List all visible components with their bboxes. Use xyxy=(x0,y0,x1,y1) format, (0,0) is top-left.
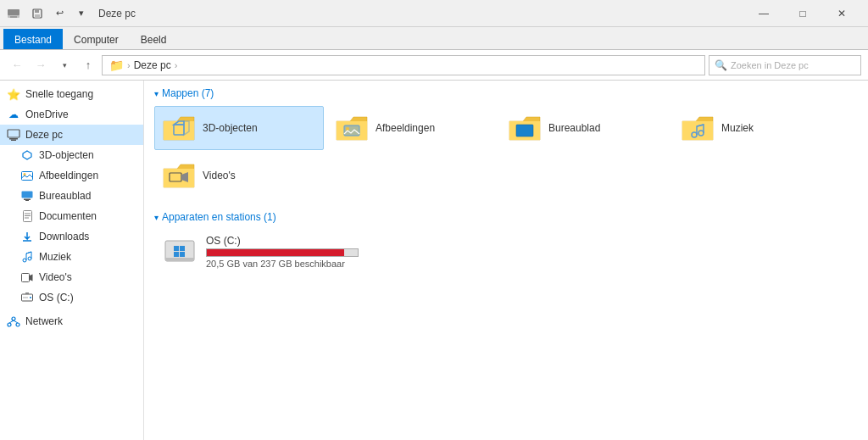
svg-rect-27 xyxy=(25,292,29,294)
dropdown-button[interactable]: ▾ xyxy=(54,55,75,75)
svg-rect-4 xyxy=(35,9,39,13)
svg-point-28 xyxy=(12,317,15,320)
svg-rect-42 xyxy=(344,125,359,136)
folders-grid: 3D-objecten Afbeeldingen xyxy=(154,106,858,198)
content-area: ▾ Mappen (7) 3D-objecten xyxy=(144,81,868,440)
svg-rect-2 xyxy=(10,16,17,18)
folder-label-afbeeldingen: Afbeeldingen xyxy=(376,122,435,134)
sidebar-item-deze-pc[interactable]: Deze pc xyxy=(0,125,143,145)
drive-size-text: 20,5 GB van 237 GB beschikbaar xyxy=(206,259,359,269)
svg-line-32 xyxy=(14,320,18,323)
window-title: Deze pc xyxy=(98,8,136,19)
drive-os-icon xyxy=(162,234,198,270)
svg-rect-59 xyxy=(174,246,179,251)
path-separator2: › xyxy=(175,60,178,70)
svg-point-21 xyxy=(28,257,31,260)
drive-bar xyxy=(206,248,359,257)
folder-label-3d: 3D-objecten xyxy=(203,122,258,134)
svg-marker-50 xyxy=(682,121,713,140)
3d-icon xyxy=(20,148,34,162)
sidebar-item-videos[interactable]: Video's xyxy=(0,267,143,287)
close-button[interactable]: ✕ xyxy=(822,0,861,27)
desktop-icon xyxy=(20,189,34,203)
network-icon xyxy=(7,315,20,328)
tab-bestand[interactable]: Bestand xyxy=(3,29,63,49)
folder-label-muziek: Muziek xyxy=(721,122,754,134)
svg-rect-8 xyxy=(11,140,16,142)
svg-rect-5 xyxy=(35,14,40,18)
svg-point-29 xyxy=(8,323,11,326)
search-icon: 🔍 xyxy=(715,59,727,71)
minimize-button[interactable]: — xyxy=(744,0,783,27)
drives-list: OS (C:) 20,5 GB van 237 GB beschikbaar xyxy=(154,230,858,274)
main-area: ⭐ Snelle toegang ☁ OneDrive Deze pc xyxy=(0,81,868,440)
up-button[interactable]: ↑ xyxy=(78,55,98,75)
chevron-icon2: ▾ xyxy=(154,213,159,222)
sidebar-item-snelle-toegang[interactable]: ⭐ Snelle toegang xyxy=(0,84,143,104)
address-path: Deze pc xyxy=(134,59,171,71)
sidebar-item-os-c[interactable]: OS (C:) xyxy=(0,287,143,308)
music-icon xyxy=(20,250,34,264)
folder-label-videos: Video's xyxy=(203,170,236,181)
sidebar-item-onedrive[interactable]: ☁ OneDrive xyxy=(0,104,143,125)
sidebar-item-documenten[interactable]: Documenten xyxy=(0,206,143,226)
svg-marker-9 xyxy=(23,151,31,159)
svg-rect-7 xyxy=(9,138,18,140)
qat-undo[interactable]: ↩ xyxy=(49,4,70,23)
pc-icon xyxy=(7,128,20,142)
qat-save[interactable] xyxy=(27,4,47,23)
forward-button[interactable]: → xyxy=(31,55,51,75)
folder-muziek[interactable]: Muziek xyxy=(673,106,843,150)
ribbon-tabs: Bestand Computer Beeld xyxy=(0,27,868,49)
back-button[interactable]: ← xyxy=(7,55,27,75)
svg-rect-13 xyxy=(24,199,31,201)
svg-rect-62 xyxy=(180,252,185,257)
window-controls: — □ ✕ xyxy=(744,0,861,27)
cloud-icon: ☁ xyxy=(7,108,20,121)
folder-3d-objecten[interactable]: 3D-objecten xyxy=(154,106,324,150)
folder-bureaublad[interactable]: Bureaublad xyxy=(500,106,670,150)
star-icon: ⭐ xyxy=(7,87,20,101)
sidebar-item-downloads[interactable]: Downloads xyxy=(0,226,143,247)
address-box[interactable]: 📁 › Deze pc › xyxy=(102,55,705,75)
sidebar-item-muziek[interactable]: Muziek xyxy=(0,247,143,267)
svg-point-25 xyxy=(30,297,31,298)
folder-icon: 📁 xyxy=(109,58,124,72)
drive-os-name: OS (C:) xyxy=(206,235,359,247)
svg-rect-58 xyxy=(165,258,194,261)
svg-rect-61 xyxy=(174,252,179,257)
documents-icon xyxy=(20,209,34,223)
drive-os-info: OS (C:) 20,5 GB van 237 GB beschikbaar xyxy=(206,235,359,269)
folder-videos[interactable]: Video's xyxy=(154,153,324,198)
svg-line-22 xyxy=(26,252,31,253)
sidebar-item-bureaublad[interactable]: Bureaublad xyxy=(0,186,143,206)
sidebar-item-afbeeldingen[interactable]: Afbeeldingen xyxy=(0,165,143,186)
drive-icon xyxy=(20,291,34,304)
address-bar: ← → ▾ ↑ 📁 › Deze pc › 🔍 Zoeken in Deze p… xyxy=(0,50,868,81)
sidebar-item-3d-objecten[interactable]: 3D-objecten xyxy=(0,145,143,165)
folder-icon-videos xyxy=(162,159,196,192)
folder-icon-3d xyxy=(162,111,196,145)
images-icon xyxy=(20,169,34,182)
folder-icon-bureaublad xyxy=(508,111,542,145)
drive-bar-fill xyxy=(207,249,344,256)
ribbon: Bestand Computer Beeld xyxy=(0,27,868,50)
search-box[interactable]: 🔍 Zoeken in Deze pc xyxy=(709,55,861,75)
svg-rect-14 xyxy=(25,200,29,201)
drive-os-c[interactable]: OS (C:) 20,5 GB van 237 GB beschikbaar xyxy=(154,230,858,274)
quick-access-toolbar: ↩ ▾ xyxy=(27,4,92,23)
search-placeholder: Zoeken in Deze pc xyxy=(731,60,809,70)
maximize-button[interactable]: □ xyxy=(783,0,822,27)
tab-beeld[interactable]: Beeld xyxy=(130,29,178,49)
folder-icon-muziek xyxy=(681,111,715,145)
drives-section-title: ▾ Apparaten en stations (1) xyxy=(154,211,858,223)
sidebar: ⭐ Snelle toegang ☁ OneDrive Deze pc xyxy=(0,81,144,440)
tab-computer[interactable]: Computer xyxy=(63,29,130,49)
svg-rect-1 xyxy=(8,9,19,15)
chevron-icon: ▾ xyxy=(154,89,159,98)
folder-afbeeldingen[interactable]: Afbeeldingen xyxy=(327,106,497,150)
downloads-icon xyxy=(20,230,34,243)
svg-rect-6 xyxy=(8,130,19,137)
sidebar-item-netwerk[interactable]: Netwerk xyxy=(0,311,143,331)
qat-dropdown[interactable]: ▾ xyxy=(71,4,92,23)
